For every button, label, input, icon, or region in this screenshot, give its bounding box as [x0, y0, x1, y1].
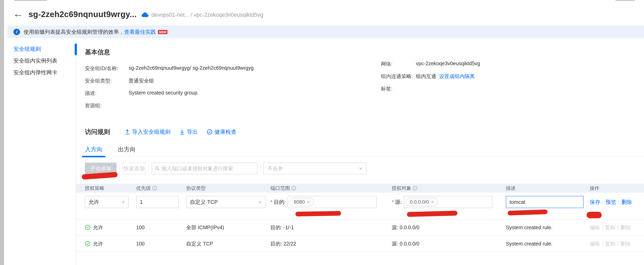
check-circle-icon	[85, 225, 90, 230]
col-policy: 授权策略	[85, 185, 136, 191]
quick-add-button[interactable]: 快速添加	[123, 163, 146, 174]
port-info-icon: i	[292, 186, 296, 190]
rules-search-box[interactable]	[152, 163, 258, 174]
annotation-underline-dest-port	[296, 211, 341, 217]
cloud-icon	[141, 12, 148, 17]
toolbar-divider	[120, 165, 120, 172]
save-rule-link[interactable]: 保存	[590, 199, 600, 206]
chevron-down-icon: ∨	[359, 166, 362, 171]
page-title: sg-2zeh2c69nqnuut9wrgy...	[28, 10, 137, 19]
notice-banner: i 使用前缀列表提高安全组规则管理的效率， 查看最佳实践 NEW	[7, 26, 644, 38]
required-marker: *	[392, 199, 394, 205]
port-tag: 8080 ×	[290, 198, 314, 207]
rules-toolbar: 手动添加 快速添加 不合并 ∨	[85, 163, 366, 174]
edit-rule-link[interactable]: 编辑	[590, 241, 600, 247]
source-tag-input[interactable]: 0.0.0.0/0 ×	[404, 196, 492, 208]
dest-port-tag-input[interactable]: 8080 ×	[288, 196, 377, 208]
protocol-select[interactable]: 自定义 TCP ∨	[186, 196, 266, 208]
description-input[interactable]	[506, 196, 584, 208]
source-label: 源:	[395, 199, 402, 206]
col-port-range: 端口范围 i	[270, 185, 392, 191]
col-source: 授权对象 i	[392, 185, 506, 191]
toolbar-divider	[260, 165, 261, 172]
scrollbar-thumb[interactable]	[75, 43, 77, 55]
basic-info-right-column: 网络: vpc-2zekoqe3v0eusqiktd5vg 组内连通策略: 组内…	[381, 60, 480, 98]
col-description: 描述	[506, 185, 590, 191]
breadcrumb: devops01-net... / vpc-2zekoqe3v0eusqiktd…	[152, 12, 263, 18]
table-row: 允许 100 全部 ICMP(IPv4) 目的: -1/-1 源: 0.0.0.…	[76, 219, 644, 235]
new-badge: NEW	[158, 30, 168, 34]
delete-rule-link[interactable]: 删除	[622, 199, 632, 206]
dest-label: 目的:	[274, 199, 286, 206]
copy-rule-link[interactable]: 复制	[605, 224, 615, 231]
shield-check-icon	[207, 129, 212, 135]
download-icon	[180, 129, 185, 135]
tab-inbound[interactable]: 入方向	[85, 146, 102, 157]
annotation-underline-save	[586, 212, 602, 218]
info-icon: i	[14, 29, 20, 35]
health-check-link[interactable]: 健康检查	[207, 128, 236, 136]
sidebar-item-instance-list[interactable]: 安全组内实例列表	[4, 55, 76, 67]
best-practice-link[interactable]: 查看最佳实践	[124, 28, 156, 35]
set-isolation-link[interactable]: 设置成组内隔离	[439, 73, 475, 85]
delete-rule-link[interactable]: 删除	[620, 241, 631, 247]
back-arrow-button[interactable]: ←	[13, 8, 23, 19]
col-priority: 优先级 i	[136, 185, 186, 191]
field-intra-policy: 组内连通策略: 组内互通 设置成组内隔离	[381, 73, 480, 85]
access-rules-header: 访问规则 导入安全组规则 导出	[85, 128, 236, 136]
content-panel: 基本信息 安全组ID/名称: sg-2zeh2c69nqnuut9wrgyg/ …	[76, 38, 644, 265]
collapsed-panel-strip	[0, 0, 4, 265]
basic-info-title: 基本信息	[85, 48, 254, 56]
field-resource-group: 资源组:	[85, 102, 254, 115]
field-sg-id-name: 安全组ID/名称: sg-2zeh2c69nqnuut9wrgyg/ sg-2z…	[85, 65, 254, 77]
toolbar-divider	[148, 165, 149, 172]
field-tags: 标签:	[381, 85, 480, 98]
delete-rule-link[interactable]: 删除	[620, 224, 631, 231]
table-row: 允许 100 自定义 TCP 目的: 22/22 源: 0.0.0.0/0 Sy…	[76, 235, 644, 252]
required-marker: *	[270, 199, 272, 205]
check-circle-icon	[85, 241, 90, 247]
tag-remove-icon[interactable]: ×	[307, 199, 310, 205]
sidebar-item-eni-list[interactable]: 安全组内弹性网卡	[4, 67, 76, 78]
merge-mode-select[interactable]: 不合并 ∨	[264, 163, 366, 174]
rules-search-input[interactable]	[162, 166, 254, 172]
direction-tabs: 入方向 出方向	[85, 146, 644, 157]
preview-rule-link[interactable]: 预览	[606, 199, 616, 206]
search-icon	[155, 166, 160, 171]
upload-icon	[125, 129, 130, 135]
field-sg-type: 安全组类型: 普通安全组	[85, 77, 254, 90]
priority-input[interactable]	[136, 196, 179, 208]
chevron-down-icon: ∨	[122, 200, 125, 204]
policy-select[interactable]: 允许 ∨	[85, 196, 129, 208]
tag-remove-icon[interactable]: ×	[431, 199, 434, 205]
access-rules-title: 访问规则	[85, 128, 110, 136]
rule-edit-row: 允许 ∨ 自定义 TCP ∨ * 目的:	[76, 193, 644, 219]
field-description: 描述: System created security group.	[85, 90, 254, 102]
priority-info-icon: i	[152, 186, 157, 190]
tab-outbound[interactable]: 出方向	[118, 146, 136, 157]
import-rules-link[interactable]: 导入安全组规则	[125, 128, 170, 136]
col-protocol: 协议类型	[186, 185, 270, 191]
sidebar: 安全组规则 安全组内实例列表 安全组内弹性网卡	[4, 38, 76, 265]
field-network: 网络: vpc-2zekoqe3v0eusqiktd5vg	[381, 60, 480, 73]
banner-text: 使用前缀列表提高安全组规则管理的效率，	[24, 28, 124, 35]
page-header: ← sg-2zeh2c69nqnuut9wrgy... devops01-net…	[4, 6, 644, 22]
edit-rule-link[interactable]: 编辑	[590, 224, 600, 231]
export-link[interactable]: 导出	[180, 128, 198, 136]
security-group-detail-page: < ← sg-2zeh2c69nqnuut9wrgy... devops01-n…	[0, 0, 644, 265]
copy-rule-link[interactable]: 复制	[605, 241, 615, 247]
basic-info-section: 基本信息 安全组ID/名称: sg-2zeh2c69nqnuut9wrgyg/ …	[85, 48, 254, 115]
cutoff-remnant	[14, 0, 47, 1]
chevron-down-icon: ∨	[258, 200, 262, 204]
source-tag: 0.0.0.0/0 ×	[406, 198, 438, 207]
rules-table-header: 授权策略 优先级 i 协议类型 端口范围 i 授权对象 i 描述 操作	[76, 184, 644, 193]
source-info-icon: i	[413, 186, 417, 190]
sidebar-item-security-group-rules[interactable]: 安全组规则	[4, 43, 76, 55]
col-actions: 操作	[590, 185, 644, 191]
cutoff-remnant	[616, 0, 635, 1]
